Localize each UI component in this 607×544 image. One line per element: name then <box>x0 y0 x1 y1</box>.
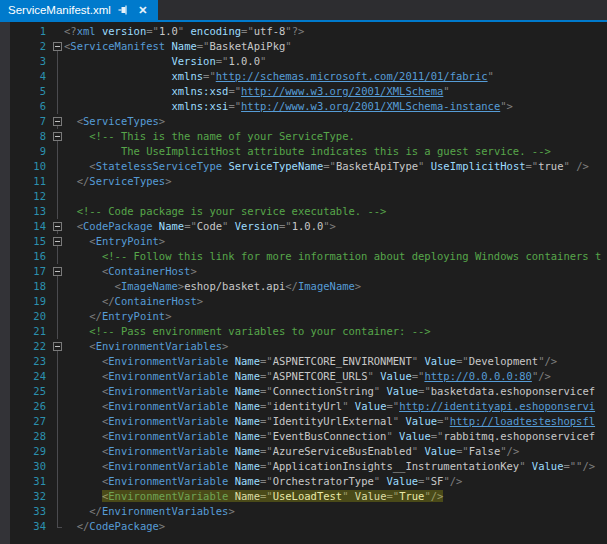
line-number: 20 <box>10 309 51 324</box>
code-text: <EnvironmentVariable Name="ConnectionStr… <box>64 384 607 399</box>
code-line[interactable]: 15 <EntryPoint> <box>10 234 607 249</box>
code-text: <!-- Follow this link for more informati… <box>64 249 607 264</box>
line-number: 25 <box>10 384 51 399</box>
collapse-minus-icon[interactable] <box>53 237 62 246</box>
code-text: <ServiceManifest Name="BasketApiPkg" <box>64 39 607 54</box>
code-line[interactable]: 32 <EnvironmentVariable Name="UseLoadTes… <box>10 489 607 504</box>
fold-margin <box>51 144 64 159</box>
line-number: 10 <box>10 159 51 174</box>
code-line[interactable]: 13 <!-- Code package is your service exe… <box>10 204 607 219</box>
fold-margin <box>51 24 64 39</box>
code-line[interactable]: 10 <StatelessServiceType ServiceTypeName… <box>10 159 607 174</box>
line-number: 3 <box>10 54 51 69</box>
code-line[interactable]: 12 <box>10 189 607 204</box>
close-icon[interactable]: ✕ <box>137 4 149 16</box>
fold-margin <box>51 369 64 384</box>
highlighted-code: <EnvironmentVariable Name="UseLoadTest" … <box>102 490 443 502</box>
code-text: <EnvironmentVariable Name="ApplicationIn… <box>64 459 607 474</box>
code-text: <EntryPoint> <box>64 234 607 249</box>
code-line[interactable]: 27 <EnvironmentVariable Name="IdentityUr… <box>10 414 607 429</box>
fold-collapse-icon[interactable] <box>51 339 64 354</box>
code-text: <EnvironmentVariable Name="AzureServiceB… <box>64 444 607 459</box>
fold-margin <box>51 159 64 174</box>
fold-collapse-icon[interactable] <box>51 39 64 54</box>
code-text: <EnvironmentVariable Name="ASPNETCORE_EN… <box>64 354 607 369</box>
code-line[interactable]: 4 xmlns="http://schemas.microsoft.com/20… <box>10 69 607 84</box>
code-line[interactable]: 23 <EnvironmentVariable Name="ASPNETCORE… <box>10 354 607 369</box>
code-line[interactable]: 18 <ImageName>eshop/basket.api</ImageNam… <box>10 279 607 294</box>
fold-margin <box>51 174 64 189</box>
line-number: 7 <box>10 114 51 129</box>
code-text: <ServiceTypes> <box>64 114 607 129</box>
code-text: </EnvironmentVariables> <box>64 504 607 519</box>
code-line[interactable]: 5 xmlns:xsd="http://www.w3.org/2001/XMLS… <box>10 84 607 99</box>
collapse-minus-icon[interactable] <box>53 267 62 276</box>
code-text: <EnvironmentVariable Name="UseLoadTest" … <box>64 489 607 504</box>
pin-icon[interactable] <box>118 4 130 16</box>
code-editor-window: ServiceManifest.xml ✕ 1<?xml version="1.… <box>0 0 607 544</box>
code-line[interactable]: 30 <EnvironmentVariable Name="Applicatio… <box>10 459 607 474</box>
code-text: <!-- Code package is your service execut… <box>64 204 607 219</box>
tab-servicemanifest[interactable]: ServiceManifest.xml ✕ <box>0 0 158 20</box>
fold-margin <box>51 84 64 99</box>
fold-margin <box>51 324 64 339</box>
tab-bar: ServiceManifest.xml ✕ <box>0 0 607 22</box>
code-line[interactable]: 20 </EntryPoint> <box>10 309 607 324</box>
line-number: 30 <box>10 459 51 474</box>
fold-margin <box>51 354 64 369</box>
line-number: 5 <box>10 84 51 99</box>
code-line[interactable]: 7 <ServiceTypes> <box>10 114 607 129</box>
code-line[interactable]: 33 </EnvironmentVariables> <box>10 504 607 519</box>
code-line[interactable]: 28 <EnvironmentVariable Name="EventBusCo… <box>10 429 607 444</box>
fold-margin <box>51 279 64 294</box>
code-line[interactable]: 25 <EnvironmentVariable Name="Connection… <box>10 384 607 399</box>
code-text: <EnvironmentVariable Name="EventBusConne… <box>64 429 607 444</box>
code-line[interactable]: 19 </ContainerHost> <box>10 294 607 309</box>
code-text: <!-- Pass environment variables to your … <box>64 324 607 339</box>
code-line[interactable]: 1<?xml version="1.0" encoding="utf-8"?> <box>10 24 607 39</box>
code-line[interactable]: 22 <EnvironmentVariables> <box>10 339 607 354</box>
code-line[interactable]: 34 </CodePackage> <box>10 519 607 534</box>
code-line[interactable]: 8 <!-- This is the name of your ServiceT… <box>10 129 607 144</box>
code-text: <EnvironmentVariable Name="identityUrl" … <box>64 399 607 414</box>
code-line[interactable]: 16 <!-- Follow this link for more inform… <box>10 249 607 264</box>
fold-collapse-icon[interactable] <box>51 114 64 129</box>
code-text: </EntryPoint> <box>64 309 607 324</box>
code-line[interactable]: 2<ServiceManifest Name="BasketApiPkg" <box>10 39 607 54</box>
indicator-margin <box>0 22 10 544</box>
code-line[interactable]: 26 <EnvironmentVariable Name="identityUr… <box>10 399 607 414</box>
fold-collapse-icon[interactable] <box>51 129 64 144</box>
code-line[interactable]: 11 </ServiceTypes> <box>10 174 607 189</box>
line-number: 23 <box>10 354 51 369</box>
collapse-minus-icon[interactable] <box>53 132 62 141</box>
code-line[interactable]: 6 xmlns:xsi="http://www.w3.org/2001/XMLS… <box>10 99 607 114</box>
line-number: 28 <box>10 429 51 444</box>
collapse-minus-icon[interactable] <box>53 342 62 351</box>
collapse-minus-icon[interactable] <box>53 117 62 126</box>
fold-margin <box>51 249 64 264</box>
line-number: 1 <box>10 24 51 39</box>
fold-collapse-icon[interactable] <box>51 264 64 279</box>
code-text: Version="1.0.0" <box>64 54 607 69</box>
line-number: 34 <box>10 519 51 534</box>
fold-collapse-icon[interactable] <box>51 219 64 234</box>
code-editor: 1<?xml version="1.0" encoding="utf-8"?>2… <box>0 22 607 544</box>
fold-collapse-icon[interactable] <box>51 234 64 249</box>
code-line[interactable]: 17 <ContainerHost> <box>10 264 607 279</box>
code-line[interactable]: 3 Version="1.0.0" <box>10 54 607 69</box>
code-line[interactable]: 29 <EnvironmentVariable Name="AzureServi… <box>10 444 607 459</box>
line-number: 8 <box>10 129 51 144</box>
collapse-minus-icon[interactable] <box>53 42 62 51</box>
code-line[interactable]: 24 <EnvironmentVariable Name="ASPNETCORE… <box>10 369 607 384</box>
code-text: xmlns="http://schemas.microsoft.com/2011… <box>64 69 607 84</box>
code-text: <!-- This is the name of your ServiceTyp… <box>64 129 607 144</box>
fold-margin <box>51 489 64 504</box>
fold-margin <box>51 399 64 414</box>
line-number: 9 <box>10 144 51 159</box>
line-number: 33 <box>10 504 51 519</box>
code-line[interactable]: 14 <CodePackage Name="Code" Version="1.0… <box>10 219 607 234</box>
code-line[interactable]: 9 The UseImplicitHost attribute indicate… <box>10 144 607 159</box>
code-line[interactable]: 21 <!-- Pass environment variables to yo… <box>10 324 607 339</box>
collapse-minus-icon[interactable] <box>53 222 62 231</box>
code-line[interactable]: 31 <EnvironmentVariable Name="Orchestrat… <box>10 474 607 489</box>
